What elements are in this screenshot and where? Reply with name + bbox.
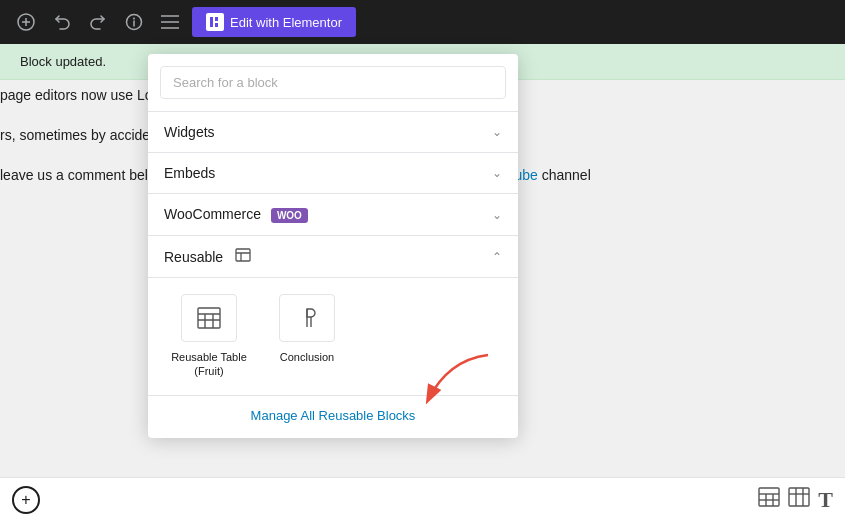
elementor-logo-icon: [206, 13, 224, 31]
table-icon-2[interactable]: [788, 487, 810, 512]
bottom-toolbar-right: T: [758, 487, 833, 513]
reusable-label: Reusable: [164, 249, 223, 265]
svg-rect-28: [789, 488, 809, 506]
reusable-chevron-icon: ⌃: [492, 250, 502, 264]
info-icon[interactable]: [120, 8, 148, 36]
reusable-blocks-grid: Reusable Table (Fruit) Conclusion: [148, 278, 518, 395]
svg-rect-15: [198, 308, 220, 328]
svg-rect-12: [236, 249, 250, 261]
notice-text: Block updated.: [20, 54, 106, 69]
block-conclusion-icon: [279, 294, 335, 342]
woocommerce-label-group: WooCommerce WOO: [164, 206, 308, 223]
block-item-table[interactable]: Reusable Table (Fruit): [164, 294, 254, 379]
widgets-chevron-icon: ⌄: [492, 125, 502, 139]
svg-rect-11: [215, 23, 218, 27]
add-block-icon[interactable]: [12, 8, 40, 36]
woocommerce-chevron-icon: ⌄: [492, 208, 502, 222]
table-icon-1[interactable]: [758, 487, 780, 512]
block-table-icon: [181, 294, 237, 342]
svg-rect-9: [210, 17, 213, 27]
block-item-conclusion[interactable]: Conclusion: [262, 294, 352, 379]
manage-reusable-link[interactable]: Manage All Reusable Blocks: [251, 408, 416, 423]
category-widgets[interactable]: Widgets ⌄: [148, 112, 518, 153]
svg-rect-10: [215, 17, 218, 21]
embeds-chevron-icon: ⌄: [492, 166, 502, 180]
reusable-template-icon: [235, 248, 251, 265]
woocommerce-label: WooCommerce: [164, 206, 261, 222]
edit-elementor-label: Edit with Elementor: [230, 15, 342, 30]
top-toolbar: Edit with Elementor: [0, 0, 845, 44]
add-block-bottom-button[interactable]: +: [12, 486, 40, 514]
block-conclusion-label: Conclusion: [280, 350, 334, 364]
svg-point-5: [133, 18, 135, 20]
search-input[interactable]: [160, 66, 506, 99]
manage-link-row: Manage All Reusable Blocks: [148, 395, 518, 438]
woo-badge: WOO: [271, 208, 308, 223]
main-content: Block updated. page editors now use Lore…: [0, 44, 845, 521]
text-format-icon[interactable]: T: [818, 487, 833, 513]
block-inserter-panel: Widgets ⌄ Embeds ⌄ WooCommerce WOO ⌄ Reu…: [148, 54, 518, 438]
bottom-toolbar: + T: [0, 477, 845, 521]
category-woocommerce[interactable]: WooCommerce WOO ⌄: [148, 194, 518, 236]
menu-icon[interactable]: [156, 8, 184, 36]
block-table-label: Reusable Table (Fruit): [164, 350, 254, 379]
reusable-header[interactable]: Reusable ⌃: [148, 236, 518, 278]
search-container: [148, 54, 518, 112]
reusable-header-left: Reusable: [164, 248, 251, 265]
category-embeds[interactable]: Embeds ⌄: [148, 153, 518, 194]
add-icon: +: [21, 491, 30, 509]
embeds-label: Embeds: [164, 165, 215, 181]
edit-elementor-button[interactable]: Edit with Elementor: [192, 7, 356, 37]
undo-icon[interactable]: [48, 8, 76, 36]
category-reusable: Reusable ⌃: [148, 236, 518, 438]
redo-icon[interactable]: [84, 8, 112, 36]
svg-rect-23: [759, 488, 779, 506]
widgets-label: Widgets: [164, 124, 215, 140]
bottom-toolbar-left: +: [12, 486, 40, 514]
